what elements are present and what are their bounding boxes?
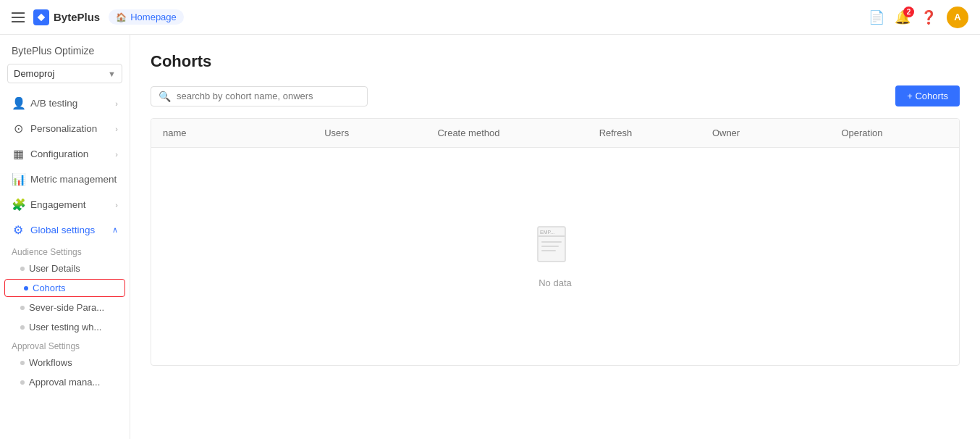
search-box[interactable]: 🔍	[151, 86, 368, 106]
col-users: Users	[313, 119, 426, 147]
topbar-right: 📄 🔔 2 ❓ A	[869, 7, 968, 28]
sidebar-item-label: Global settings	[30, 225, 106, 235]
chevron-icon: ›	[115, 99, 118, 108]
home-icon: 🏠	[116, 12, 127, 22]
table-body: EMP... No data	[151, 148, 959, 365]
ab-testing-icon: 👤	[12, 96, 25, 110]
page-title: Cohorts	[151, 52, 960, 71]
chevron-down-icon: ▼	[108, 70, 116, 78]
svg-text:EMP...: EMP...	[540, 230, 554, 235]
chevron-icon: ›	[115, 125, 118, 133]
approval-settings-section: Approval Settings	[0, 337, 130, 353]
dot-icon	[20, 306, 25, 310]
dot-icon	[20, 267, 25, 271]
col-operation: Operation	[829, 119, 959, 147]
dot-icon	[24, 286, 28, 290]
metric-icon: 📊	[12, 172, 25, 186]
toolbar: 🔍 + Cohorts	[151, 85, 960, 106]
sidebar-item-label: Configuration	[30, 149, 109, 159]
sidebar-sub-item-user-details[interactable]: User Details	[0, 259, 130, 278]
notification-icon[interactable]: 🔔 2	[895, 9, 911, 25]
sidebar-sub-item-label: Sever-side Para...	[29, 302, 104, 313]
layout: BytePlus Optimize Demoproj ▼ 👤 A/B testi…	[0, 35, 980, 439]
settings-icon: ⚙	[12, 223, 25, 237]
sidebar-item-engagement[interactable]: 🧩 Engagement ›	[0, 192, 130, 217]
search-icon: 🔍	[159, 91, 171, 102]
help-icon[interactable]: ❓	[921, 9, 937, 25]
chevron-icon: ∧	[112, 225, 118, 235]
document-icon[interactable]: 📄	[869, 9, 884, 25]
dot-icon	[20, 361, 25, 365]
logo: BytePlus	[33, 9, 100, 25]
chevron-icon: ›	[115, 201, 118, 209]
sidebar-sub-item-workflows[interactable]: Workflows	[0, 353, 130, 372]
sidebar-sub-item-label: Cohorts	[33, 283, 66, 293]
breadcrumb-pill[interactable]: 🏠 Homepage	[109, 9, 184, 25]
sidebar-sub-item-label: User testing wh...	[29, 322, 101, 333]
sidebar-item-label: Engagement	[30, 199, 109, 210]
logo-text: BytePlus	[54, 11, 100, 23]
col-owner: Owner	[701, 119, 830, 147]
chevron-icon: ›	[115, 150, 118, 159]
sidebar-item-metric-management[interactable]: 📊 Metric management	[0, 167, 130, 192]
sidebar-item-label: A/B testing	[30, 98, 109, 109]
audience-settings-section: Audience Settings	[0, 243, 130, 259]
cohorts-table: name Users Create method Refresh Owner O…	[151, 118, 960, 366]
sidebar-item-personalization[interactable]: ⊙ Personalization ›	[0, 116, 130, 141]
col-name: name	[151, 119, 313, 147]
breadcrumb-label: Homepage	[130, 12, 177, 22]
svg-rect-3	[541, 246, 559, 247]
sidebar-item-global-settings[interactable]: ⚙ Global settings ∧	[0, 217, 130, 243]
sidebar-brand: BytePlus Optimize	[0, 35, 130, 64]
col-create-method: Create method	[426, 119, 587, 147]
sidebar-sub-item-cohorts[interactable]: Cohorts	[4, 279, 125, 297]
configuration-icon: ▦	[12, 147, 25, 161]
svg-rect-4	[541, 250, 556, 251]
dot-icon	[20, 325, 25, 330]
engagement-icon: 🧩	[12, 198, 25, 212]
no-data-text: No data	[538, 277, 572, 288]
add-cohorts-button[interactable]: + Cohorts	[895, 85, 960, 106]
avatar[interactable]: A	[947, 7, 968, 28]
table-header: name Users Create method Refresh Owner O…	[151, 119, 959, 148]
logo-icon	[33, 9, 49, 25]
topbar: BytePlus 🏠 Homepage 📄 🔔 2 ❓ A	[0, 0, 980, 35]
sidebar-sub-item-label: User Details	[29, 263, 80, 274]
personalization-icon: ⊙	[12, 122, 25, 135]
hamburger-button[interactable]	[12, 12, 25, 22]
no-data-illustration: EMP...	[536, 225, 574, 270]
main-content: Cohorts 🔍 + Cohorts name Users Create me…	[130, 35, 980, 439]
search-input[interactable]	[177, 91, 360, 101]
project-selector[interactable]: Demoproj ▼	[7, 64, 122, 83]
sidebar-item-label: Personalization	[30, 123, 109, 134]
notification-badge: 2	[903, 7, 914, 17]
col-refresh: Refresh	[588, 119, 701, 147]
empty-state-icon: EMP...	[536, 225, 574, 270]
topbar-left: BytePlus 🏠 Homepage	[12, 9, 860, 25]
sidebar-item-configuration[interactable]: ▦ Configuration ›	[0, 141, 130, 167]
dot-icon	[20, 380, 25, 385]
sidebar-sub-item-user-testing[interactable]: User testing wh...	[0, 317, 130, 337]
sidebar-sub-item-server-side[interactable]: Sever-side Para...	[0, 298, 130, 317]
sidebar-item-label: Metric management	[30, 174, 118, 185]
sidebar-sub-item-label: Approval mana...	[29, 377, 100, 388]
sidebar-item-ab-testing[interactable]: 👤 A/B testing ›	[0, 91, 130, 116]
sidebar: BytePlus Optimize Demoproj ▼ 👤 A/B testi…	[0, 35, 130, 439]
sidebar-sub-item-approval-mana[interactable]: Approval mana...	[0, 372, 130, 392]
svg-rect-2	[541, 241, 562, 243]
project-name: Demoproj	[14, 68, 54, 79]
svg-rect-1	[538, 235, 565, 237]
sidebar-sub-item-label: Workflows	[29, 357, 72, 368]
